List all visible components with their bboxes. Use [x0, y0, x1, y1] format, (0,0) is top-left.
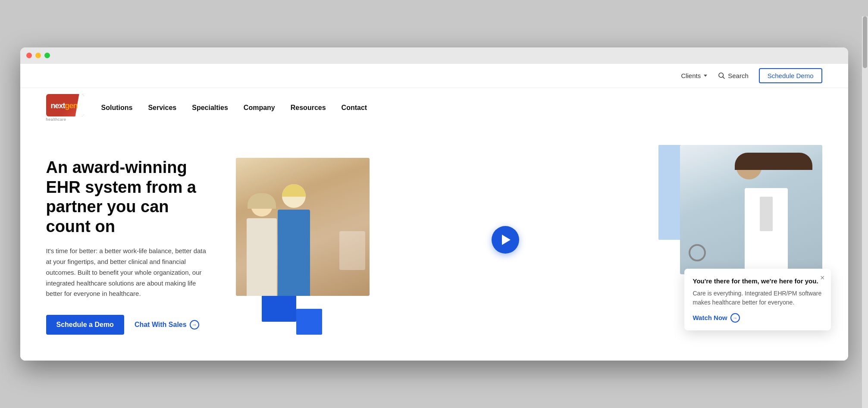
child-figure: [270, 184, 318, 296]
image-composition: × You're there for them, we're here for …: [236, 145, 822, 335]
logo-subtitle: healthcare: [46, 117, 66, 122]
child-hair: [282, 184, 306, 197]
play-button[interactable]: [492, 226, 519, 254]
hero-left: An award-winning EHR system from a partn…: [46, 145, 210, 335]
schedule-demo-button[interactable]: Schedule a Demo: [46, 315, 124, 335]
chat-with-sales-button[interactable]: Chat With Sales: [135, 320, 199, 330]
chat-sales-label: Chat With Sales: [135, 321, 187, 329]
chat-sales-arrow-icon: [190, 320, 199, 330]
logo-next: next: [50, 101, 65, 110]
watch-now-label: Watch Now: [693, 314, 727, 321]
info-card: × You're there for them, we're here for …: [684, 269, 831, 330]
watch-now-arrow-icon: [730, 313, 740, 323]
search-icon: [718, 72, 725, 79]
schedule-demo-top-button[interactable]: Schedule Demo: [759, 68, 822, 83]
fullscreen-button[interactable]: [44, 53, 50, 58]
hero-description: It's time for better: a better work-life…: [46, 246, 210, 299]
nav-item-company[interactable]: Company: [244, 104, 275, 112]
doctor-body: [745, 188, 788, 274]
blue-shape-mid: [296, 309, 322, 335]
hero-actions: Schedule a Demo Chat With Sales: [46, 315, 210, 335]
stethoscope-icon: [689, 244, 706, 261]
info-card-close-button[interactable]: ×: [820, 274, 825, 282]
mother-head: [251, 195, 273, 217]
top-bar: Clients Search Schedule Demo: [20, 64, 848, 88]
child-head: [282, 184, 306, 208]
logo-dot: .: [78, 101, 79, 110]
nav-item-services[interactable]: Services: [148, 104, 176, 112]
photo-left-inner: [236, 158, 370, 296]
nav-bar: nextgen. healthcare Solutions Services S…: [20, 88, 848, 128]
nav-item-resources[interactable]: Resources: [291, 104, 326, 112]
main-nav: Solutions Services Specialties Company R…: [101, 104, 367, 112]
close-button[interactable]: [26, 53, 32, 58]
nav-item-specialties[interactable]: Specialties: [192, 104, 228, 112]
doctor-figure: [727, 154, 805, 274]
doctor-hair: [735, 153, 812, 170]
hero-section: An award-winning EHR system from a partn…: [20, 128, 848, 361]
svg-point-0: [719, 73, 724, 78]
play-icon: [502, 235, 511, 245]
detail-overlay: [339, 231, 365, 270]
clients-label: Clients: [681, 72, 701, 79]
nav-item-solutions[interactable]: Solutions: [101, 104, 133, 112]
watch-now-button[interactable]: Watch Now: [693, 313, 740, 323]
search-area[interactable]: Search: [718, 72, 749, 79]
white-coat-detail: [760, 197, 773, 231]
child-body: [278, 210, 310, 296]
titlebar: [20, 47, 848, 64]
svg-line-1: [723, 77, 725, 79]
doctor-head: [736, 154, 762, 179]
search-label: Search: [728, 72, 749, 79]
photo-left: [236, 158, 370, 296]
info-card-title: You're there for them, we're here for yo…: [693, 277, 822, 285]
logo[interactable]: nextgen. healthcare: [46, 94, 84, 122]
hero-right: × You're there for them, we're here for …: [236, 145, 822, 335]
browser-content: Clients Search Schedule Demo nextgen.: [20, 64, 848, 361]
nav-item-contact[interactable]: Contact: [342, 104, 367, 112]
clients-dropdown[interactable]: Clients: [681, 72, 707, 79]
mac-window: Clients Search Schedule Demo nextgen.: [20, 47, 848, 361]
logo-gen: gen: [65, 101, 77, 110]
minimize-button[interactable]: [35, 53, 41, 58]
info-card-description: Care is everything. Integrated EHR/PM so…: [693, 289, 822, 307]
photo-right-inner: [680, 145, 822, 274]
chevron-down-icon: [704, 75, 707, 77]
photo-right: [680, 145, 822, 274]
hero-title: An award-winning EHR system from a partn…: [46, 158, 210, 236]
